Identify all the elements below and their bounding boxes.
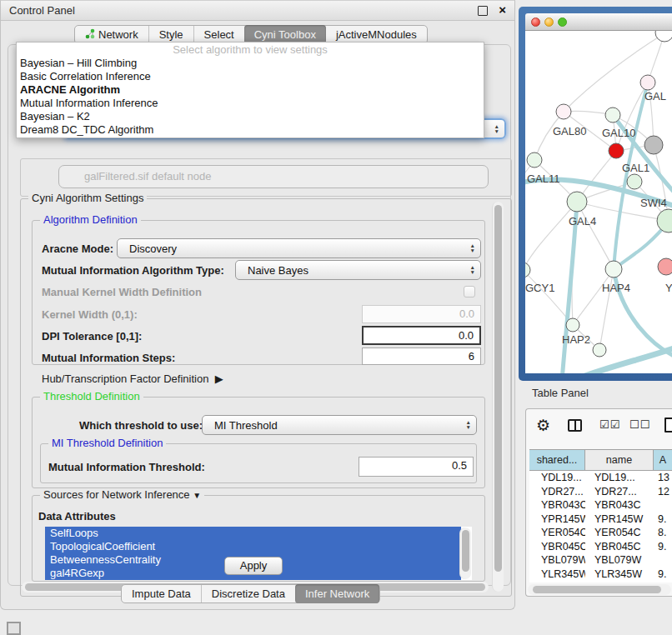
- which-threshold-label: Which threshold to use:: [79, 419, 203, 432]
- table-cell: YIL052C: [585, 581, 654, 582]
- network-node[interactable]: [655, 31, 672, 42]
- network-graph: GALGAL80GAL10GAL1GAL11SWI4GAL4GCY1HAP4YH…: [525, 31, 672, 373]
- mi-threshold-field[interactable]: 0.5: [359, 457, 474, 477]
- apply-button[interactable]: Apply: [224, 557, 283, 575]
- network-canvas[interactable]: GALGAL80GAL10GAL1GAL11SWI4GAL4GCY1HAP4YH…: [525, 31, 672, 373]
- table-row[interactable]: YLR345WYLR345W9.: [529, 568, 672, 582]
- columns-icon[interactable]: [568, 419, 582, 432]
- mi-algorithm-type-select[interactable]: Naive Bayes ▲▼: [235, 260, 481, 280]
- table-cell: [654, 553, 672, 568]
- tab-style[interactable]: Style: [148, 26, 193, 43]
- column-header-a[interactable]: A: [654, 450, 672, 470]
- export-table-icon[interactable]: [664, 418, 672, 432]
- attribute-item-selfloops[interactable]: SelfLoops: [45, 527, 461, 540]
- mi-steps-label: Mutual Information Steps:: [42, 352, 175, 364]
- tab-discretize-data[interactable]: Discretize Data: [201, 585, 295, 602]
- control-panel-window: Control Panel × NetworkStyleSelectCyni T…: [0, 0, 515, 610]
- table-row[interactable]: YIL052CYIL052C9: [529, 581, 672, 582]
- table-row[interactable]: YBL079WYBL079W: [529, 553, 672, 568]
- network-node[interactable]: [658, 258, 672, 275]
- dropdown-item-bayesian-hill-climbing[interactable]: Bayesian – Hill Climbing: [17, 57, 484, 70]
- network-node[interactable]: [644, 136, 663, 154]
- tab-jactivemnodules[interactable]: jActiveMNodules: [326, 26, 427, 43]
- float-window-icon[interactable]: [478, 6, 488, 16]
- table-cell: YBR043C: [529, 498, 585, 512]
- network-data-combobox[interactable]: galFiltered.sif default node: [58, 165, 489, 188]
- table-cell: YER054C: [585, 526, 654, 540]
- network-node[interactable]: [593, 343, 606, 357]
- aracne-mode-select[interactable]: Discovery ▲▼: [117, 238, 481, 258]
- threshold-definition-title: Threshold Definition: [40, 390, 143, 402]
- mi-threshold-definition-title: MI Threshold Definition: [48, 437, 166, 449]
- table-cell: YBR045C: [529, 540, 585, 554]
- dropdown-item-aracne-algorithm[interactable]: ARACNE Algorithm: [17, 83, 484, 97]
- collapsed-panel-icon[interactable]: [7, 622, 21, 635]
- network-node[interactable]: [567, 192, 587, 212]
- gear-icon[interactable]: ⚙: [536, 416, 550, 435]
- minimize-traffic-light-icon[interactable]: [544, 18, 554, 27]
- table-cell: YDR27...: [585, 485, 654, 499]
- network-node[interactable]: [609, 143, 624, 158]
- tab-discretize-data-label: Discretize Data: [212, 588, 285, 600]
- close-traffic-light-icon[interactable]: [531, 18, 540, 27]
- network-node[interactable]: [640, 75, 655, 90]
- network-window-titlebar[interactable]: [525, 13, 672, 31]
- column-header-shared[interactable]: shared...: [529, 450, 585, 470]
- tab-impute-data[interactable]: Impute Data: [122, 585, 201, 602]
- table-row[interactable]: YBR045CYBR045C9.: [529, 540, 672, 554]
- attributes-list-scrollbar-thumb[interactable]: [462, 530, 469, 572]
- table-row[interactable]: YDR27...YDR27...12: [529, 485, 672, 499]
- network-data-combobox-value: galFiltered.sif default node: [84, 170, 211, 182]
- settings-vertical-scrollbar-thumb[interactable]: [494, 205, 502, 572]
- node-label-gal: GAL: [644, 90, 666, 102]
- stepper-arrows-icon: ▲▼: [470, 243, 475, 253]
- table-cell: YLR345W: [585, 568, 654, 582]
- table-header-row: shared...nameA: [529, 449, 672, 471]
- kernel-width-field[interactable]: 0.0: [362, 305, 481, 323]
- sources-title[interactable]: Sources for Network Inference ▼: [40, 488, 204, 501]
- network-node[interactable]: [525, 262, 530, 278]
- which-threshold-value: MI Threshold: [214, 419, 466, 432]
- network-node[interactable]: [556, 104, 571, 119]
- table-row[interactable]: YER054CYER054C8.: [529, 526, 672, 540]
- network-node[interactable]: [527, 152, 542, 168]
- select-all-checkboxes-icon[interactable]: ☑☑: [599, 418, 620, 431]
- settings-vertical-scrollbar[interactable]: [492, 202, 504, 592]
- tab-select[interactable]: Select: [193, 26, 244, 43]
- network-node[interactable]: [566, 318, 579, 332]
- tab-infer-network-label: Infer Network: [305, 588, 369, 600]
- stepper-arrows-icon: ▲▼: [466, 420, 471, 430]
- attribute-item-topologicalcoefficient[interactable]: TopologicalCoefficient: [45, 540, 461, 553]
- hub-definition-toggle[interactable]: Hub/Transcription Factor Definition ▶: [42, 372, 223, 385]
- network-node[interactable]: [627, 174, 642, 189]
- cyni-bottom-tab-bar: Impute DataDiscretize DataInfer Network: [121, 584, 380, 603]
- which-threshold-select[interactable]: MI Threshold ▲▼: [202, 415, 477, 435]
- dropdown-item-basic-correlation-inference[interactable]: Basic Correlation Inference: [17, 70, 484, 83]
- table-row[interactable]: YPR145WYPR145W9.: [529, 512, 672, 527]
- zoom-traffic-light-icon[interactable]: [558, 18, 567, 27]
- dropdown-item-mutual-information-inference[interactable]: Mutual Information Inference: [17, 97, 484, 110]
- algorithm-dropdown-placeholder: Select algorithm to view settings: [17, 42, 484, 57]
- mi-steps-field[interactable]: 6: [362, 348, 481, 365]
- node-label-hap2: HAP2: [562, 333, 590, 346]
- table-horizontal-scrollbar-thumb[interactable]: [533, 586, 661, 593]
- attributes-list-scrollbar[interactable]: [459, 528, 471, 579]
- table-row[interactable]: YBR043CYBR043C: [529, 498, 672, 512]
- dpi-tolerance-field[interactable]: 0.0: [362, 326, 481, 345]
- tab-infer-network[interactable]: Infer Network: [295, 584, 379, 603]
- deselect-all-checkboxes-icon[interactable]: ☐☐: [629, 418, 650, 431]
- column-header-name[interactable]: name: [585, 450, 654, 470]
- network-node[interactable]: [605, 261, 622, 278]
- network-node[interactable]: [657, 209, 672, 232]
- manual-kernel-width-checkbox[interactable]: [464, 286, 475, 298]
- dropdown-item-dream8-dc-tdc-algorithm[interactable]: Dream8 DC_TDC Algorithm: [17, 123, 484, 137]
- table-row[interactable]: YDL19...YDL19...13: [529, 471, 672, 485]
- network-node[interactable]: [605, 108, 620, 122]
- node-label-gal1: GAL1: [622, 162, 649, 174]
- dropdown-item-bayesian-k2[interactable]: Bayesian – K2: [17, 110, 484, 123]
- tab-network[interactable]: Network: [75, 26, 148, 43]
- table-horizontal-scrollbar[interactable]: [528, 584, 671, 595]
- close-icon[interactable]: ×: [499, 2, 506, 17]
- hub-definition-label: Hub/Transcription Factor Definition: [42, 372, 208, 385]
- network-window: GALGAL80GAL10GAL1GAL11SWI4GAL4GCY1HAP4YH…: [519, 7, 672, 381]
